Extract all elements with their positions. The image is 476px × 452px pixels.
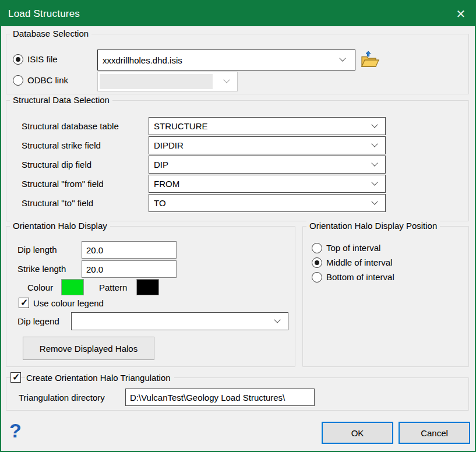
load-structures-dialog: Load Structures ✕ Database Selection ISI… xyxy=(0,0,476,452)
chevron-down-icon[interactable] xyxy=(371,160,378,166)
structural-from-field-value: FROM xyxy=(154,179,179,189)
structural-to-field-combobox[interactable]: TO xyxy=(149,194,386,212)
create-triangulation-checkbox[interactable] xyxy=(10,372,21,383)
use-colour-legend-label: Use colour legend xyxy=(33,298,104,308)
chevron-down-icon[interactable] xyxy=(274,316,280,323)
chevron-down-icon xyxy=(223,76,230,83)
ok-button[interactable]: OK xyxy=(322,422,393,444)
odbc-link-radio[interactable] xyxy=(13,75,23,86)
middle-of-interval-label: Middle of interval xyxy=(326,257,392,267)
bottom-of-interval-radio[interactable] xyxy=(312,272,322,282)
ok-button-label: OK xyxy=(351,428,364,438)
dip-length-label: Dip length xyxy=(17,245,57,255)
colour-swatch-button[interactable] xyxy=(61,279,84,295)
strike-length-input[interactable] xyxy=(82,260,177,278)
dip-legend-label: Dip legend xyxy=(17,316,59,326)
structural-to-field-label: Structural "to" field xyxy=(22,198,93,208)
structural-strike-field-combobox[interactable]: DIPDIR xyxy=(149,136,386,154)
structural-from-field-combobox[interactable]: FROM xyxy=(149,175,386,193)
structural-dip-field-combobox[interactable]: DIP xyxy=(149,156,386,174)
bottom-of-interval-label: Bottom of interval xyxy=(326,272,394,282)
remove-displayed-halos-label: Remove Displayed Halos xyxy=(40,344,137,354)
window-title: Load Structures xyxy=(8,8,80,20)
cancel-button-label: Cancel xyxy=(421,428,448,438)
isis-file-combobox[interactable]: xxxdrillholes.dhd.isis xyxy=(97,50,355,70)
dip-legend-combobox[interactable] xyxy=(71,312,288,330)
isis-file-value: xxxdrillholes.dhd.isis xyxy=(103,55,182,65)
database-selection-title: Database Selection xyxy=(10,29,91,38)
chevron-down-icon[interactable] xyxy=(371,198,378,204)
close-icon[interactable]: ✕ xyxy=(447,1,475,26)
orientation-halo-display-position-title: Orientation Halo Display Position xyxy=(306,221,440,231)
open-folder-icon xyxy=(359,50,379,69)
chevron-down-icon[interactable] xyxy=(371,140,378,147)
middle-of-interval-radio[interactable] xyxy=(312,257,322,268)
structural-data-selection-title: Structural Data Selection xyxy=(10,95,112,105)
pattern-label: Pattern xyxy=(99,282,127,292)
chevron-down-icon[interactable] xyxy=(371,179,378,185)
orientation-halo-display-title: Orientation Halo Display xyxy=(10,221,110,231)
structural-to-field-value: TO xyxy=(154,198,166,208)
structural-database-table-value: STRUCTURE xyxy=(154,121,208,131)
help-button[interactable]: ? xyxy=(9,421,22,440)
dip-length-input[interactable] xyxy=(82,241,177,259)
structural-strike-field-value: DIPDIR xyxy=(154,140,184,150)
structural-from-field-label: Structural "from" field xyxy=(22,179,104,189)
triangulation-directory-input[interactable] xyxy=(125,389,315,406)
structural-dip-field-label: Structural dip field xyxy=(22,160,91,170)
top-of-interval-label: Top of interval xyxy=(326,243,380,253)
odbc-link-combobox xyxy=(97,72,238,91)
colour-label: Colour xyxy=(27,282,53,292)
create-triangulation-label: Create Orientation Halo Triangulation xyxy=(25,373,174,383)
chevron-down-icon[interactable] xyxy=(339,55,345,61)
dialog-body: Database Selection ISIS file xxxdrillhol… xyxy=(1,26,475,451)
use-colour-legend-checkbox[interactable] xyxy=(19,298,29,308)
cancel-button[interactable]: Cancel xyxy=(399,422,470,444)
browse-folder-button[interactable] xyxy=(359,50,380,69)
titlebar: Load Structures ✕ xyxy=(1,1,475,26)
pattern-swatch-button[interactable] xyxy=(136,279,159,295)
remove-displayed-halos-button[interactable]: Remove Displayed Halos xyxy=(23,337,154,360)
triangulation-directory-label: Triangulation directory xyxy=(19,393,105,402)
strike-length-label: Strike length xyxy=(17,264,66,274)
chevron-down-icon[interactable] xyxy=(371,121,378,128)
structural-database-table-label: Structural database table xyxy=(22,121,119,131)
isis-file-radio-label: ISIS file xyxy=(27,54,58,64)
odbc-link-radio-label: ODBC link xyxy=(27,75,68,85)
isis-file-radio[interactable] xyxy=(13,54,23,65)
structural-dip-field-value: DIP xyxy=(154,160,168,170)
structural-database-table-combobox[interactable]: STRUCTURE xyxy=(149,117,386,135)
structural-strike-field-label: Structural strike field xyxy=(22,140,101,150)
top-of-interval-radio[interactable] xyxy=(312,243,322,253)
